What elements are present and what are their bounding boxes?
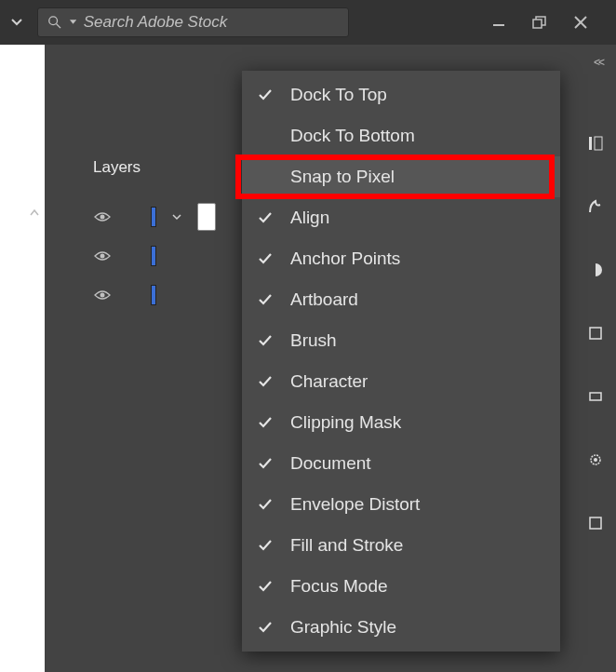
svg-point-8 xyxy=(100,293,105,298)
menu-item-graphic-style[interactable]: Graphic Style xyxy=(242,607,560,648)
menu-item-label: Align xyxy=(290,208,547,228)
gear-icon[interactable] xyxy=(585,450,606,470)
menu-item-snap-to-pixel[interactable]: Snap to Pixel xyxy=(242,156,560,197)
checkmark-icon xyxy=(255,455,275,472)
panel-collapse-left[interactable] xyxy=(26,205,43,222)
svg-rect-15 xyxy=(590,517,601,529)
visibility-toggle[interactable] xyxy=(93,211,112,222)
checkmark-icon xyxy=(255,578,275,595)
menu-item-character[interactable]: Character xyxy=(242,361,560,402)
menu-item-label: Snap to Pixel xyxy=(290,167,547,187)
menu-item-dock-to-bottom[interactable]: Dock To Bottom xyxy=(242,115,560,156)
search-box[interactable] xyxy=(37,7,349,37)
menu-item-label: Anchor Points xyxy=(290,249,547,269)
symbols-icon[interactable] xyxy=(585,513,606,533)
layer-color-bar xyxy=(151,207,156,227)
menu-item-label: Envelope Distort xyxy=(290,494,547,515)
menu-item-dock-to-top[interactable]: Dock To Top xyxy=(242,74,560,115)
svg-rect-11 xyxy=(590,328,601,339)
checkmark-icon xyxy=(255,209,275,226)
svg-rect-12 xyxy=(590,393,601,400)
restore-button[interactable] xyxy=(530,13,549,32)
chevron-down-icon xyxy=(171,211,182,222)
eye-icon xyxy=(94,250,111,262)
search-input[interactable] xyxy=(84,13,339,32)
menu-item-fill-and-stroke[interactable]: Fill and Stroke xyxy=(242,525,560,566)
checkmark-icon xyxy=(255,496,275,513)
chevron-down-icon xyxy=(10,16,23,29)
checkmark-icon xyxy=(255,537,275,554)
eye-icon xyxy=(94,211,111,222)
svg-point-0 xyxy=(49,17,58,25)
menu-item-label: Dock To Bottom xyxy=(290,126,547,146)
svg-line-1 xyxy=(57,24,60,28)
layer-color-bar xyxy=(151,285,156,305)
properties-icon[interactable] xyxy=(585,133,606,154)
color-icon[interactable] xyxy=(585,260,606,280)
svg-rect-3 xyxy=(533,20,542,28)
minimize-button[interactable] xyxy=(489,13,508,32)
menu-item-artboard[interactable]: Artboard xyxy=(242,279,560,320)
brushes-icon[interactable] xyxy=(585,386,606,407)
checkmark-icon xyxy=(255,250,275,267)
menu-item-label: Graphic Style xyxy=(290,617,547,638)
checkmark-icon xyxy=(255,87,275,103)
layer-thumbnail[interactable] xyxy=(197,203,216,231)
right-toolbar: << xyxy=(575,45,616,672)
menu-item-anchor-points[interactable]: Anchor Points xyxy=(242,238,560,279)
swatches-icon[interactable] xyxy=(585,323,606,343)
checkmark-icon xyxy=(255,414,275,431)
menu-item-label: Brush xyxy=(290,330,547,351)
menu-item-align[interactable]: Align xyxy=(242,197,560,238)
caret-down-icon xyxy=(70,19,76,26)
close-icon xyxy=(573,15,588,30)
menu-item-clipping-mask[interactable]: Clipping Mask xyxy=(242,402,560,443)
visibility-toggle[interactable] xyxy=(93,250,112,262)
panel-collapse-right[interactable]: << xyxy=(594,56,603,69)
restore-icon xyxy=(531,14,548,31)
checkmark-icon xyxy=(255,373,275,390)
menu-item-focus-mode[interactable]: Focus Mode xyxy=(242,566,560,607)
svg-rect-10 xyxy=(595,137,602,150)
menu-item-label: Character xyxy=(290,371,547,392)
svg-rect-9 xyxy=(589,137,592,150)
context-menu: Dock To TopDock To BottomSnap to PixelAl… xyxy=(242,71,560,652)
minimize-icon xyxy=(491,15,506,30)
checkmark-icon xyxy=(255,332,275,349)
svg-point-14 xyxy=(594,458,597,462)
menu-item-label: Artboard xyxy=(290,289,547,310)
checkmark-icon xyxy=(255,619,275,636)
search-icon xyxy=(47,14,62,31)
menu-item-label: Dock To Top xyxy=(290,85,547,105)
close-button[interactable] xyxy=(571,13,590,32)
menu-item-label: Fill and Stroke xyxy=(290,535,547,556)
menu-item-document[interactable]: Document xyxy=(242,443,560,484)
top-toolbar xyxy=(0,0,616,45)
layer-expand-toggle[interactable] xyxy=(169,211,184,222)
libraries-icon[interactable] xyxy=(585,196,606,217)
menu-item-envelope-distort[interactable]: Envelope Distort xyxy=(242,484,560,525)
workspace-dropdown[interactable] xyxy=(7,13,26,32)
menu-item-label: Document xyxy=(290,453,547,474)
window-controls xyxy=(489,13,590,32)
menu-item-label: Clipping Mask xyxy=(290,412,547,433)
svg-point-6 xyxy=(100,215,105,220)
eye-icon xyxy=(94,289,111,301)
chevron-up-icon xyxy=(29,208,40,219)
canvas-area[interactable] xyxy=(0,45,45,672)
checkmark-icon xyxy=(255,291,275,308)
menu-item-label: Focus Mode xyxy=(290,576,547,597)
svg-point-7 xyxy=(100,254,105,259)
layer-color-bar xyxy=(151,246,156,266)
visibility-toggle[interactable] xyxy=(93,289,112,301)
menu-item-brush[interactable]: Brush xyxy=(242,320,560,361)
